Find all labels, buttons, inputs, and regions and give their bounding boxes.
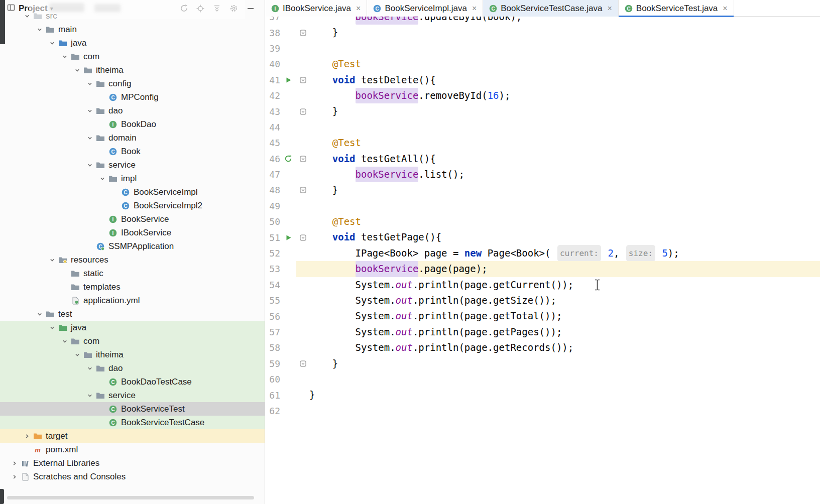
code-editor[interactable]: 37 bookService.updateById(book);38 }3940… — [265, 17, 820, 504]
chevron-expanded-icon[interactable] — [84, 365, 95, 371]
chevron-expanded-icon[interactable] — [84, 162, 95, 168]
chevron-collapsed-icon[interactable] — [9, 474, 20, 480]
fold-region-icon[interactable] — [296, 103, 309, 119]
tree-item-domain[interactable]: domain — [0, 131, 265, 145]
tree-item-com[interactable]: com — [0, 50, 265, 63]
tree-item-impl[interactable]: impl — [0, 172, 265, 185]
tree-item-bookdao[interactable]: IBookDao — [0, 117, 265, 131]
tree-item-book[interactable]: CBook — [0, 145, 265, 158]
tree-item-scratches-and-consoles[interactable]: Scratches and Consoles — [0, 470, 265, 483]
chevron-expanded-icon[interactable] — [22, 13, 33, 19]
code-text[interactable]: void testGetPage(){ — [309, 229, 820, 245]
run-test-icon[interactable] — [280, 234, 296, 241]
tree-item-dao[interactable]: dao — [0, 104, 265, 117]
tree-item-java[interactable]: java — [0, 321, 265, 334]
chevron-expanded-icon[interactable] — [47, 257, 58, 263]
tree-item-ibookservice[interactable]: IIBookService — [0, 226, 265, 239]
code-text[interactable]: } — [309, 356, 820, 371]
tree-item-src[interactable]: src — [0, 9, 265, 23]
code-text[interactable]: bookService.page(page); — [309, 261, 820, 277]
run-test-icon[interactable] — [280, 77, 296, 83]
close-icon[interactable]: × — [356, 5, 361, 13]
tree-item-main[interactable]: main — [0, 23, 265, 36]
tree-item-templates[interactable]: templates — [0, 280, 265, 294]
chevron-expanded-icon[interactable] — [72, 352, 83, 358]
close-icon[interactable]: × — [607, 5, 612, 13]
tree-item-application-yml[interactable]: application.yml — [0, 294, 265, 307]
code-text[interactable]: bookService.removeById(16); — [309, 88, 820, 103]
chevron-expanded-icon[interactable] — [97, 176, 108, 182]
code-text[interactable]: @Test — [309, 56, 820, 72]
tree-item-bookdaotestcase[interactable]: CBookDaoTestCase — [0, 375, 265, 389]
tree-item-service[interactable]: service — [0, 158, 265, 172]
chevron-expanded-icon[interactable] — [47, 40, 58, 46]
tree-item-com[interactable]: com — [0, 334, 265, 348]
code-text[interactable] — [309, 119, 820, 135]
code-text[interactable]: } — [309, 25, 820, 40]
chevron-expanded-icon[interactable] — [84, 81, 95, 87]
code-text[interactable] — [309, 41, 820, 56]
chevron-expanded-icon[interactable] — [34, 311, 45, 317]
tree-item-bookservicetest[interactable]: CBookServiceTest — [0, 402, 265, 416]
tree-item-pom-xml[interactable]: mpom.xml — [0, 443, 265, 456]
code-text[interactable]: System.out.println(page.getCurrent()); — [309, 277, 820, 293]
code-text[interactable]: bookService.updateById(book); — [309, 17, 820, 25]
code-text[interactable] — [309, 403, 820, 419]
tree-item-static[interactable]: static — [0, 267, 265, 280]
fold-region-icon[interactable] — [296, 151, 309, 167]
code-text[interactable]: void testGetAll(){ — [309, 151, 820, 167]
tab-bookserviceimpl-java[interactable]: CBookServiceImpl.java× — [367, 0, 483, 17]
close-icon[interactable]: × — [472, 5, 477, 13]
code-text[interactable]: IPage<Book> page = new Page<Book>( curre… — [309, 245, 820, 261]
tree-item-external-libraries[interactable]: External Libraries — [0, 456, 265, 470]
code-text[interactable]: } — [309, 387, 820, 403]
tree-item-bookservicetestcase[interactable]: CBookServiceTestCase — [0, 416, 265, 429]
chevron-collapsed-icon[interactable] — [9, 460, 20, 466]
tree-item-bookserviceimpl[interactable]: CBookServiceImpl — [0, 185, 265, 199]
tab-ibookservice-java[interactable]: IIBookService.java× — [265, 0, 367, 17]
chevron-expanded-icon[interactable] — [84, 108, 95, 114]
tree-item-itheima[interactable]: itheima — [0, 348, 265, 361]
code-text[interactable]: } — [309, 103, 820, 119]
fold-region-icon[interactable] — [296, 356, 309, 371]
tree-item-dao[interactable]: dao — [0, 361, 265, 375]
code-text[interactable]: @Test — [309, 135, 820, 151]
code-text[interactable]: System.out.println(page.getTotal()); — [309, 308, 820, 324]
code-text[interactable]: bookService.list(); — [309, 167, 820, 182]
tree-item-resources[interactable]: resources — [0, 253, 265, 267]
tree-item-itheima[interactable]: itheima — [0, 63, 265, 77]
tree-item-service[interactable]: service — [0, 389, 265, 402]
chevron-collapsed-icon[interactable] — [22, 433, 33, 439]
code-text[interactable] — [309, 371, 820, 387]
fold-region-icon[interactable] — [296, 182, 309, 198]
tree-item-test[interactable]: test — [0, 307, 265, 321]
tab-bookservicetest-java[interactable]: CBookServiceTest.java× — [619, 0, 734, 17]
chevron-expanded-icon[interactable] — [59, 54, 70, 60]
tree-item-bookservice[interactable]: IBookService — [0, 212, 265, 226]
tree-item-config[interactable]: config — [0, 77, 265, 90]
chevron-expanded-icon[interactable] — [84, 135, 95, 141]
tree-item-ssmpapplication[interactable]: CSSMPApplication — [0, 239, 265, 253]
tab-bookservicetestcase-java[interactable]: CBookServiceTestCase.java× — [483, 0, 619, 17]
chevron-expanded-icon[interactable] — [47, 325, 58, 331]
chevron-expanded-icon[interactable] — [72, 67, 83, 73]
panel-editor-divider[interactable] — [265, 0, 265, 504]
chevron-expanded-icon[interactable] — [84, 393, 95, 399]
rerun-test-icon[interactable] — [280, 155, 296, 163]
code-text[interactable] — [309, 198, 820, 214]
fold-region-icon[interactable] — [296, 25, 309, 40]
code-text[interactable]: void testDelete(){ — [309, 72, 820, 88]
tree-item-mpconfig[interactable]: CMPConfig — [0, 90, 265, 104]
chevron-expanded-icon[interactable] — [34, 27, 45, 33]
code-text[interactable]: System.out.println(page.getPages()); — [309, 324, 820, 340]
fold-region-icon[interactable] — [296, 229, 309, 245]
code-text[interactable]: System.out.println(page.getSize()); — [309, 293, 820, 308]
chevron-expanded-icon[interactable] — [59, 338, 70, 344]
code-text[interactable]: @Test — [309, 214, 820, 229]
tree-item-bookserviceimpl2[interactable]: CBookServiceImpl2 — [0, 199, 265, 212]
code-text[interactable]: System.out.println(page.getRecords()); — [309, 340, 820, 355]
code-text[interactable]: } — [309, 182, 820, 198]
tree-item-target[interactable]: target — [0, 429, 265, 443]
tree-item-java[interactable]: java — [0, 36, 265, 50]
fold-region-icon[interactable] — [296, 72, 309, 88]
